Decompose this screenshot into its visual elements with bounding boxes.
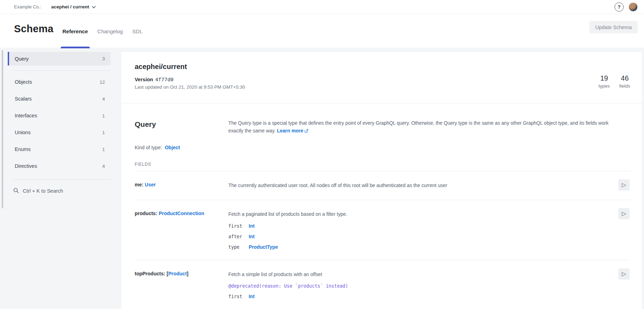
- tab-changelog[interactable]: Changelog: [97, 14, 123, 48]
- sidebar-item-label: Directives: [15, 163, 37, 169]
- tab-sdl[interactable]: SDL: [132, 14, 143, 48]
- field-args: firstIntafterInttypeProductType: [228, 224, 588, 250]
- field-name: topProducts: [Product]: [135, 271, 228, 299]
- sidebar-item-enums[interactable]: Enums1: [8, 141, 110, 158]
- search-hint-label: Ctrl + K to Search: [23, 188, 63, 194]
- search-icon: [13, 188, 19, 194]
- arg-type-link[interactable]: Int: [249, 294, 255, 299]
- kind-of-type-row: Kind of type: Object: [135, 145, 630, 150]
- sidebar-item-label: Unions: [15, 130, 31, 135]
- help-icon[interactable]: ?: [615, 2, 624, 12]
- sidebar-item-count: 1: [102, 113, 105, 118]
- field-name: me: User: [135, 182, 228, 190]
- vertical-scrollbar[interactable]: [2, 50, 3, 208]
- sidebar-item-count: 1: [102, 130, 105, 135]
- type-name-heading: Query: [135, 119, 228, 135]
- org-label: Example Co.:: [14, 4, 41, 9]
- field-type-link[interactable]: User: [145, 182, 156, 187]
- fields-section-label: FIELDS: [135, 162, 630, 167]
- page-title: Schema: [14, 23, 53, 35]
- field-type-link[interactable]: Product: [168, 271, 187, 276]
- sidebar-item-label: Query: [15, 56, 29, 62]
- sidebar-item-count: 12: [100, 80, 105, 85]
- arg-type-link[interactable]: Int: [249, 234, 255, 239]
- graph-summary: acephei/current Version4f77d0 Last updat…: [121, 52, 642, 103]
- deprecated-annotation: @deprecated(reason: Use `products` inste…: [228, 283, 588, 289]
- arg-name: after: [228, 234, 249, 239]
- external-link-icon: [304, 129, 308, 134]
- top-bar: Example Co.: acephei / current ?: [0, 0, 644, 14]
- arg-name: first: [228, 294, 249, 299]
- version-hash: 4f77d0: [155, 77, 173, 82]
- sidebar-item-label: Objects: [15, 79, 32, 85]
- graph-title: acephei/current: [135, 63, 629, 71]
- field-description: Fetch a simple list of products with an …: [228, 271, 588, 279]
- arg-type-link[interactable]: ProductType: [249, 245, 278, 250]
- arg-type-link[interactable]: Int: [249, 224, 255, 229]
- arg-name: first: [228, 224, 249, 229]
- learn-more-link[interactable]: Learn more: [277, 128, 308, 133]
- schema-stats: 19 types 46 fields: [598, 74, 630, 89]
- field-type-link[interactable]: ProductConnection: [159, 211, 204, 216]
- sidebar-item-query[interactable]: Query3: [8, 52, 110, 66]
- play-icon: ▷: [622, 211, 626, 217]
- field-name-text: products:: [135, 211, 159, 216]
- arg-name: type: [228, 245, 249, 250]
- graph-selector-label: acephei / current: [51, 4, 89, 9]
- field-name: products: ProductConnection: [135, 211, 228, 250]
- content-area: Query3Objects12Scalars4Interfaces1Unions…: [0, 49, 644, 309]
- arg-row: afterInt: [228, 234, 588, 239]
- type-bracket: ]: [187, 271, 189, 276]
- sidebar-item-scalars[interactable]: Scalars4: [8, 90, 110, 107]
- type-description: The Query type is a special type that de…: [228, 119, 630, 135]
- sidebar-item-count: 4: [102, 96, 105, 102]
- field-row: products: ProductConnectionFetch a pagin…: [135, 200, 630, 260]
- sidebar-divider: [13, 179, 110, 180]
- sidebar-item-objects[interactable]: Objects12: [8, 74, 110, 90]
- play-icon: ▷: [622, 182, 626, 188]
- version-row: Version4f77d0: [135, 77, 629, 82]
- fields-label-stat: fields: [619, 83, 630, 89]
- play-icon: ▷: [622, 271, 626, 277]
- fields-count: 46: [619, 74, 630, 82]
- sidebar-item-count: 1: [102, 147, 105, 152]
- last-updated: Last updated on Oct 21, 2020 at 9:53 PM …: [135, 84, 629, 90]
- fields-list: me: UserThe currently authenticated user…: [135, 171, 630, 309]
- schema-reference-card: acephei/current Version4f77d0 Last updat…: [121, 52, 642, 309]
- types-label: types: [598, 83, 610, 89]
- sidebar-item-interfaces[interactable]: Interfaces1: [8, 107, 110, 124]
- sidebar-item-label: Scalars: [15, 96, 32, 102]
- field-row: me: UserThe currently authenticated user…: [135, 171, 630, 200]
- sidebar-item-label: Interfaces: [15, 113, 37, 118]
- run-in-explorer-button[interactable]: ▷: [618, 268, 630, 280]
- fields-stat: 46 fields: [619, 74, 630, 89]
- field-description: The currently authenticated user root. A…: [228, 182, 588, 190]
- arg-row: firstInt: [228, 294, 588, 299]
- run-in-explorer-button[interactable]: ▷: [618, 179, 630, 191]
- user-avatar[interactable]: [629, 2, 638, 12]
- types-count: 19: [598, 74, 610, 82]
- sidebar-item-count: 4: [102, 164, 105, 169]
- sidebar-item-label: Enums: [15, 146, 31, 152]
- field-details: The currently authenticated user root. A…: [228, 182, 630, 190]
- schema-header: Schema ReferenceChangelogSDL Update Sche…: [0, 14, 644, 48]
- chevron-down-icon: [92, 4, 96, 9]
- sidebar-item-count: 3: [102, 56, 105, 61]
- arg-row: firstInt: [228, 224, 588, 229]
- graph-selector[interactable]: acephei / current: [51, 4, 96, 9]
- tab-reference[interactable]: Reference: [62, 14, 88, 48]
- tab-bar: ReferenceChangelogSDL: [62, 14, 143, 48]
- field-description: Fetch a paginated list of products based…: [228, 211, 588, 218]
- sidebar-item-unions[interactable]: Unions1: [8, 124, 110, 141]
- sidebar-search[interactable]: Ctrl + K to Search: [8, 183, 110, 199]
- field-row: topProducts: [Product]Fetch a simple lis…: [135, 260, 630, 309]
- schema-sidebar: Query3Objects12Scalars4Interfaces1Unions…: [8, 52, 110, 199]
- version-label: Version: [135, 77, 153, 82]
- sidebar-divider: [13, 70, 110, 71]
- field-details: Fetch a simple list of products with an …: [228, 271, 630, 299]
- update-schema-button[interactable]: Update Schema: [589, 21, 638, 33]
- run-in-explorer-button[interactable]: ▷: [618, 208, 630, 219]
- sidebar-item-directives[interactable]: Directives4: [8, 158, 110, 174]
- field-details: Fetch a paginated list of products based…: [228, 211, 630, 250]
- kind-object-link[interactable]: Object: [165, 145, 180, 150]
